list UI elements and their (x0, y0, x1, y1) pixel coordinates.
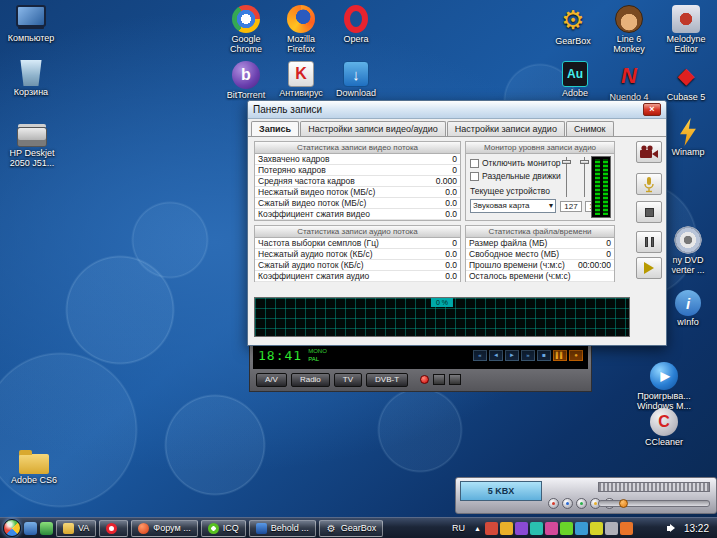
slider-thumb[interactable] (580, 160, 589, 164)
progress-badge: 0 % (431, 298, 453, 307)
desktop-icon-antivirus[interactable]: K Антивирус (273, 61, 329, 98)
tab-snapshot[interactable]: Снимок (566, 121, 614, 136)
rewind-button[interactable]: « (473, 350, 487, 361)
hidden-icons-arrow[interactable]: ▲ (472, 525, 483, 532)
tray-icon[interactable] (590, 522, 603, 535)
tv-button[interactable]: TV (334, 373, 362, 387)
tab-record[interactable]: Запись (251, 121, 299, 136)
taskbar-button-forum[interactable]: Форум ... (131, 520, 197, 537)
record-audio-button[interactable] (636, 173, 662, 195)
record-button[interactable]: ● (569, 350, 583, 361)
stop-button[interactable] (636, 201, 662, 223)
forward-button[interactable]: » (521, 350, 535, 361)
taskbar-clock[interactable]: 13:22 (684, 523, 709, 534)
play-button[interactable] (636, 257, 662, 279)
checkbox[interactable] (470, 172, 479, 181)
level-slider-left[interactable] (562, 157, 571, 197)
desktop-icon-winamp[interactable]: Winamp (661, 118, 715, 157)
desktop-icon-windows-media-player[interactable]: ▶ Проигрыва...Windows M... (631, 362, 697, 411)
tray-icon[interactable] (515, 522, 528, 535)
desktop-icon-cubase[interactable]: ◆ Cubase 5 (657, 61, 715, 102)
desktop-icon-ccleaner[interactable]: C CCleaner (631, 408, 697, 447)
desktop-icon-printer[interactable]: HP Deskjet2050 J51... (1, 121, 63, 168)
desktop-icon-adobe-cs6-folder[interactable]: Adobe CS6 (6, 446, 62, 485)
taskbar-button-icq[interactable]: ICQ (201, 520, 246, 537)
dvbt-button[interactable]: DVB-T (366, 373, 408, 387)
taskbar-button-behold[interactable]: Behold ... (249, 520, 316, 537)
desktop-icon-line6-monkey[interactable]: Line 6Monkey (601, 5, 657, 54)
tab-video-audio-settings[interactable]: Настройки записи видео/аудио (300, 121, 446, 136)
volume-slider[interactable] (598, 500, 710, 507)
ccleaner-icon: C (650, 408, 678, 436)
tray-icon[interactable] (605, 522, 618, 535)
printer-icon (17, 127, 47, 147)
prev-button[interactable]: ◄ (489, 350, 503, 361)
close-button[interactable]: × (643, 103, 661, 116)
stat-row: Сжатый видео поток (МБ/с)0.0 (255, 198, 460, 209)
desktop-icon-gearbox[interactable]: ⚙ GearBox (545, 5, 601, 46)
pause-button[interactable]: ▌▌ (553, 350, 567, 361)
stat-row: Потеряно кадров0 (255, 165, 460, 176)
quick-launch-icon-2[interactable] (40, 522, 53, 535)
tab-audio-settings[interactable]: Настройки записи аудио (447, 121, 565, 136)
pause-button[interactable] (636, 231, 662, 253)
audio-monitor-body: Отключить монитор Раздельные движки Теку… (466, 154, 614, 220)
level-slider-right[interactable] (580, 157, 589, 197)
media-player-icon: ▶ (650, 362, 678, 390)
stat-row: Захвачено кадров0 (255, 154, 460, 165)
audio-stats-group: Статистика записи аудио потока Частота в… (254, 225, 461, 282)
speaker-icon[interactable] (665, 522, 678, 535)
group-header: Статистика записи аудио потока (255, 226, 460, 238)
folder-icon (19, 454, 49, 474)
desktop-icon-opera[interactable]: Opera (328, 5, 384, 44)
quick-launch-icon-1[interactable] (24, 522, 37, 535)
vu-bar-right (603, 159, 608, 215)
start-button[interactable] (3, 519, 21, 537)
volume-knob[interactable] (619, 499, 628, 508)
tray-icon[interactable] (620, 522, 633, 535)
language-indicator[interactable]: RU (447, 523, 470, 533)
radio-button[interactable]: Radio (291, 373, 330, 387)
stat-row: Размер файла (МБ)0 (466, 238, 614, 249)
slider-thumb[interactable] (562, 160, 571, 164)
record-indicator-icon[interactable] (420, 375, 429, 384)
checkbox-label: Отключить монитор (482, 158, 561, 168)
checkbox[interactable] (470, 159, 479, 168)
player-button-3[interactable] (576, 498, 587, 509)
desktop-icon-bittorrent[interactable]: b BitTorrent (218, 61, 274, 100)
tv-settings-button[interactable] (433, 374, 445, 385)
tray-icon[interactable] (560, 522, 573, 535)
dialog-titlebar[interactable]: Панель записи × (248, 101, 666, 119)
device-select[interactable]: Звуковая карта ▾ (470, 199, 556, 213)
desktop-icon-download[interactable]: ↓ Download (328, 61, 384, 98)
desktop-icon-firefox[interactable]: MozillaFirefox (273, 5, 329, 54)
taskbar-button-va[interactable]: VA (56, 520, 96, 537)
stop-icon (645, 208, 654, 217)
player-button-2[interactable] (562, 498, 573, 509)
desktop-icon-winfo[interactable]: i wInfo (661, 290, 715, 327)
tv-transport-buttons: « ◄ ► » ■ ▌▌ ● (473, 350, 583, 361)
tray-icon[interactable] (545, 522, 558, 535)
tray-icon[interactable] (650, 522, 663, 535)
tray-icon[interactable] (500, 522, 513, 535)
next-button[interactable]: ► (505, 350, 519, 361)
desktop-icon-melodyne[interactable]: MelodyneEditor (657, 5, 715, 54)
tv-tools-button[interactable] (449, 374, 461, 385)
tray-icon[interactable] (635, 522, 648, 535)
desktop-icon-computer[interactable]: Компьютер (3, 5, 59, 43)
desktop-icon-recycle-bin[interactable]: Корзина (3, 60, 59, 97)
tray-icon[interactable] (575, 522, 588, 535)
desktop-icon-dvd-converter[interactable]: ny DVDverter ... (661, 226, 715, 275)
tray-icon[interactable] (485, 522, 498, 535)
record-video-button[interactable] (636, 141, 662, 163)
tv-lcd-labels: MONO PAL (308, 348, 327, 363)
stop-button[interactable]: ■ (537, 350, 551, 361)
tray-icon[interactable] (530, 522, 543, 535)
player-button-1[interactable] (548, 498, 559, 509)
desktop-icon-chrome[interactable]: GoogleChrome (218, 5, 274, 54)
desktop-icon-nuendo[interactable]: N Nuendo 4 (601, 61, 657, 102)
desktop-icon-adobe-audition[interactable]: Au Adobe (547, 61, 603, 98)
taskbar-button-gearbox[interactable]: ⚙ GearBox (319, 520, 384, 537)
taskbar-button-opera[interactable] (99, 520, 128, 537)
av-button[interactable]: A/V (256, 373, 287, 387)
